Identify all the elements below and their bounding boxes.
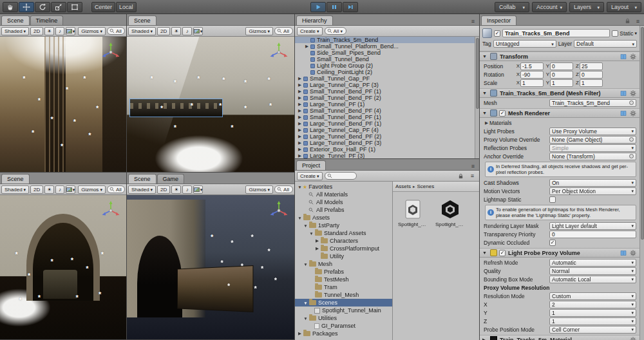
scene-search-field[interactable]: All: [274, 185, 293, 193]
tab-timeline[interactable]: Timeline: [30, 15, 64, 25]
property-dropdown[interactable]: Custom▾: [549, 292, 636, 300]
inspector-scrollbar[interactable]: [639, 26, 644, 340]
play-button[interactable]: [310, 2, 326, 12]
help-book-icon[interactable]: [620, 249, 627, 257]
property-dropdown[interactable]: Automatic▾: [549, 259, 636, 267]
project-tree-item[interactable]: ▼★Favorites: [295, 183, 392, 191]
layers-menu-button[interactable]: Layers▾: [569, 2, 604, 12]
property-dropdown[interactable]: 1▾: [549, 309, 636, 317]
tag-dropdown[interactable]: Untagged▾: [493, 40, 556, 48]
pivot-button[interactable]: Center: [91, 2, 115, 12]
gameobject-name-field[interactable]: Train_Tracks_5m_Bend: [502, 29, 610, 37]
foldout-arrow-icon[interactable]: ▶: [297, 108, 303, 114]
panel-menu-icon[interactable]: ≡: [633, 17, 643, 25]
scene-search-field[interactable]: All: [107, 185, 125, 193]
2d-toggle-button[interactable]: 2D: [157, 185, 170, 194]
vector-field-z[interactable]: 1: [580, 79, 603, 87]
project-tree-item[interactable]: ▼Scenes: [295, 299, 392, 307]
foldout-arrow-icon[interactable]: ▶: [314, 238, 320, 243]
scene-lighting-toggle-icon[interactable]: ☀: [171, 27, 181, 35]
gear-icon[interactable]: [629, 249, 637, 257]
foldout-arrow-icon[interactable]: ▶: [297, 95, 303, 101]
hierarchy-item[interactable]: ▶Large_Tunnel_Cap_PF (3): [295, 82, 479, 88]
project-tree-item[interactable]: Utility: [295, 252, 392, 260]
breadcrumb-segment[interactable]: Assets: [395, 184, 411, 189]
project-tree-item[interactable]: ▶Characters: [295, 237, 392, 245]
foldout-arrow-icon[interactable]: ▼: [482, 250, 488, 255]
hierarchy-item[interactable]: Small_Tunnel_Bend: [295, 56, 479, 62]
component-enabled-checkbox[interactable]: ✓: [499, 250, 506, 256]
project-tree-item[interactable]: ▼Standard Assets: [295, 229, 392, 237]
tab-project[interactable]: Project: [296, 160, 326, 170]
2d-toggle-button[interactable]: 2D: [30, 185, 43, 194]
help-book-icon[interactable]: [620, 53, 627, 61]
hierarchy-item[interactable]: ▶Small_Tunnel_Bend_PF (1): [295, 88, 479, 95]
gear-icon[interactable]: [629, 109, 637, 117]
rect-tool-button[interactable]: [67, 2, 82, 12]
help-book-icon[interactable]: [620, 90, 627, 97]
foldout-arrow-icon[interactable]: ▶: [297, 127, 303, 133]
foldout-arrow-icon[interactable]: ▶: [297, 331, 303, 336]
static-toggle[interactable]: Static ▾: [612, 30, 637, 37]
hierarchy-item[interactable]: ▶Large_Tunnel_Cap_PF (4): [295, 127, 479, 133]
draw-mode-dropdown[interactable]: Shaded▾: [128, 27, 156, 35]
tab-hierarchy[interactable]: Hierarchy: [296, 15, 333, 25]
tab-scene[interactable]: Scene: [128, 174, 156, 184]
static-checkbox[interactable]: [612, 30, 618, 37]
foldout-arrow-icon[interactable]: ▶: [297, 133, 303, 140]
project-tree-item[interactable]: ▼Utilities: [295, 314, 392, 322]
hierarchy-item[interactable]: ▶Exterior_Box_Hall_PF (1): [295, 146, 479, 153]
gear-icon[interactable]: [629, 90, 637, 97]
foldout-arrow-icon[interactable]: ▼: [303, 223, 308, 228]
material-header[interactable]: ▶ Train_Tracks_5m_Material: [480, 335, 639, 340]
hierarchy-item[interactable]: ▶Small_Tunnel_Bend_PF (2): [295, 95, 479, 101]
project-search-field[interactable]: [325, 172, 357, 180]
project-tree-item[interactable]: Spotlight_Tunnel_Main: [295, 307, 392, 314]
foldout-arrow-icon[interactable]: ▶: [297, 153, 303, 158]
object-picker-icon[interactable]: [629, 154, 634, 158]
scene-effects-dropdown-icon[interactable]: ▾: [193, 185, 203, 194]
foldout-arrow-icon[interactable]: ▶: [297, 82, 303, 88]
scene-effects-dropdown-icon[interactable]: ▾: [193, 27, 203, 35]
scene-audio-toggle-icon[interactable]: ♪: [55, 185, 64, 194]
scene-viewport[interactable]: **********: [127, 195, 294, 339]
tab-scene[interactable]: Scene: [1, 174, 30, 184]
scene-search-field[interactable]: All: [274, 27, 293, 35]
move-tool-button[interactable]: [19, 2, 34, 12]
lock-icon[interactable]: [623, 17, 632, 25]
foldout-arrow-icon[interactable]: ▼: [482, 91, 488, 95]
foldout-arrow-icon[interactable]: ▶: [314, 246, 320, 251]
property-dropdown[interactable]: Normal▾: [549, 267, 636, 275]
panel-menu-icon[interactable]: ≡: [468, 172, 477, 180]
panel-menu-icon[interactable]: ≡: [468, 17, 478, 25]
foldout-arrow-icon[interactable]: ▼: [297, 216, 303, 220]
vector-field-y[interactable]: 1: [550, 79, 573, 87]
2d-toggle-button[interactable]: 2D: [30, 27, 43, 35]
hierarchy-item[interactable]: Train_Tracks_5m_Bend: [295, 37, 479, 43]
project-asset[interactable]: Spotlight_T...: [398, 198, 428, 227]
vector-field-y[interactable]: 0: [550, 71, 573, 79]
project-tree-item[interactable]: ▶Packages: [295, 330, 392, 337]
scene-orientation-gizmo-icon[interactable]: [268, 40, 290, 62]
gear-icon[interactable]: [629, 336, 637, 340]
project-tree-item[interactable]: ▶CrossPlatformInput: [295, 245, 392, 252]
hierarchy-item[interactable]: Side_Small_Pipes_Bend: [295, 50, 479, 56]
object-field[interactable]: None (Game Object): [549, 136, 636, 144]
foldout-arrow-icon[interactable]: ▶: [297, 140, 303, 146]
step-button[interactable]: [343, 2, 358, 12]
gizmos-dropdown[interactable]: Gizmos▾: [78, 185, 106, 194]
project-tree-item[interactable]: ▼1stParty: [295, 222, 392, 229]
gameobject-enabled-checkbox[interactable]: ✓: [494, 30, 500, 37]
hierarchy-item[interactable]: ▶Large_Tunnel_Bend_PF (1): [295, 120, 479, 127]
component-header[interactable]: ▼Train_Tracks_5m_Bend (Mesh Filter): [480, 88, 639, 98]
foldout-arrow-icon[interactable]: ▼: [303, 316, 308, 321]
hierarchy-item[interactable]: ▶Small_Tunnel_Bend_PF (1): [295, 114, 479, 120]
hierarchy-item[interactable]: ▶Small_Tunnel_Gap_PF: [295, 75, 479, 82]
property-dropdown[interactable]: On▾: [549, 179, 636, 187]
space-button[interactable]: Local: [116, 2, 137, 12]
foldout-arrow-icon[interactable]: ▶: [297, 75, 303, 82]
project-tree-item[interactable]: All Materials: [295, 191, 392, 198]
project-tree-item[interactable]: Prefabs: [295, 268, 392, 276]
foldout-arrow-icon[interactable]: ▼: [303, 301, 308, 305]
scene-lighting-toggle-icon[interactable]: ☀: [171, 185, 181, 194]
